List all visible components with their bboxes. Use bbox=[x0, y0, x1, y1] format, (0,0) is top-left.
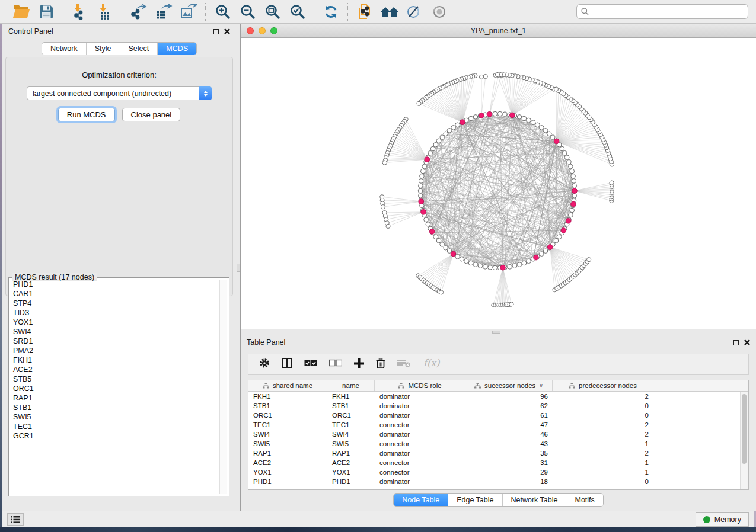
add-column-button[interactable] bbox=[354, 358, 364, 371]
mcds-result-item[interactable]: STB1 bbox=[11, 403, 219, 412]
table-disabled-button[interactable] bbox=[397, 359, 410, 370]
table-row[interactable]: SWI5SWI5connector431 bbox=[248, 439, 748, 448]
table-row[interactable]: YOX1YOX1connector291 bbox=[248, 467, 748, 477]
table-scrollbar-thumb[interactable] bbox=[742, 394, 747, 464]
export-image-button[interactable] bbox=[178, 2, 199, 21]
column-header-successor-nodes[interactable]: successor nodes∨ bbox=[465, 380, 553, 391]
table-row[interactable]: FKH1FKH1dominator962 bbox=[248, 392, 748, 401]
export-table-icon bbox=[155, 4, 173, 20]
tab-mcds[interactable]: MCDS bbox=[158, 43, 196, 55]
tab-network-table[interactable]: Network Table bbox=[503, 494, 567, 506]
save-session-button[interactable] bbox=[36, 2, 57, 21]
mcds-result-item[interactable]: STP4 bbox=[11, 299, 219, 308]
mcds-result-item[interactable]: TEC1 bbox=[11, 422, 219, 431]
zoom-in-button[interactable] bbox=[212, 2, 233, 21]
column-label: MCDS role bbox=[408, 382, 441, 389]
share-document-icon bbox=[357, 4, 372, 20]
export-network-button[interactable] bbox=[128, 2, 149, 21]
gear-button[interactable] bbox=[259, 358, 270, 371]
table-row[interactable]: TEC1TEC1connector472 bbox=[248, 420, 748, 430]
mcds-result-item[interactable]: ORC1 bbox=[11, 384, 219, 393]
deselect-all-button[interactable] bbox=[329, 359, 342, 370]
refresh-button[interactable] bbox=[320, 2, 342, 21]
columns-button[interactable] bbox=[282, 358, 292, 371]
mcds-result-item[interactable]: FKH1 bbox=[11, 355, 219, 365]
close-panel-button[interactable]: Close panel bbox=[122, 108, 181, 121]
table-row[interactable]: SWI4SWI4dominator462 bbox=[248, 430, 748, 439]
table-cell: 47 bbox=[465, 420, 553, 430]
mcds-result-item[interactable]: STB5 bbox=[11, 374, 219, 384]
close-panel-icon[interactable] bbox=[224, 28, 230, 34]
mcds-result-item[interactable]: PHD1 bbox=[11, 280, 219, 289]
column-header-name[interactable]: name bbox=[327, 380, 375, 391]
function-button[interactable]: f(x) bbox=[422, 357, 442, 372]
network-canvas[interactable] bbox=[241, 38, 756, 329]
table-cell: RAP1 bbox=[327, 448, 375, 458]
column-header-predecessor-nodes[interactable]: predecessor nodes bbox=[553, 380, 653, 391]
vertical-splitter-handle[interactable] bbox=[237, 264, 240, 272]
table-row[interactable]: ORC1ORC1dominator610 bbox=[248, 411, 748, 420]
select-all-button[interactable] bbox=[304, 359, 317, 370]
mcds-result-item[interactable]: SRD1 bbox=[11, 336, 219, 346]
mcds-result-item[interactable]: ACE2 bbox=[11, 365, 219, 374]
import-network-button[interactable] bbox=[69, 2, 91, 21]
mcds-result-scrollbar[interactable] bbox=[219, 280, 227, 494]
mcds-result-item[interactable]: PMA2 bbox=[11, 346, 219, 355]
table-scrollbar[interactable] bbox=[740, 392, 748, 489]
attribute-icon bbox=[398, 383, 404, 389]
attribute-icon bbox=[263, 383, 269, 389]
export-table-button[interactable] bbox=[153, 2, 174, 21]
hide-details-button[interactable] bbox=[404, 2, 425, 21]
search-icon bbox=[580, 7, 589, 16]
horizontal-splitter-handle[interactable] bbox=[492, 331, 500, 334]
mcds-result-item[interactable]: CAR1 bbox=[11, 289, 219, 299]
mcds-result-item[interactable]: RAP1 bbox=[11, 393, 219, 403]
close-panel-icon[interactable] bbox=[744, 339, 750, 345]
float-window-icon[interactable] bbox=[733, 340, 739, 345]
delete-column-button[interactable] bbox=[376, 358, 385, 371]
vertical-splitter[interactable] bbox=[236, 24, 241, 511]
tab-motifs[interactable]: Motifs bbox=[566, 494, 602, 506]
column-header-MCDS-role[interactable]: MCDS role bbox=[375, 380, 465, 391]
import-table-button[interactable] bbox=[94, 2, 116, 21]
horizontal-splitter[interactable] bbox=[241, 329, 756, 335]
zoom-selected-button[interactable] bbox=[286, 2, 308, 21]
table-row[interactable]: STB1STB1dominator620 bbox=[248, 401, 748, 411]
home-button[interactable] bbox=[379, 2, 400, 21]
mcds-result-item[interactable]: TID3 bbox=[11, 308, 219, 318]
mcds-result-item[interactable]: SWI5 bbox=[11, 412, 219, 422]
table-cell: SWI5 bbox=[248, 439, 327, 448]
memory-button[interactable]: Memory bbox=[696, 512, 749, 527]
mcds-result-item[interactable]: SWI4 bbox=[11, 327, 219, 336]
table-row[interactable]: ACE2ACE2connector311 bbox=[248, 458, 748, 467]
search-input[interactable] bbox=[589, 6, 748, 18]
search-box[interactable] bbox=[576, 4, 748, 19]
network-titlebar[interactable]: YPA_prune.txt_1 bbox=[241, 24, 756, 38]
tab-network[interactable]: Network bbox=[42, 43, 87, 55]
open-session-button[interactable] bbox=[11, 2, 32, 21]
table-disabled-icon bbox=[397, 359, 410, 370]
share-document-button[interactable] bbox=[354, 2, 375, 21]
delete-column-icon bbox=[376, 358, 385, 371]
criterion-dropdown[interactable]: largest connected component (undirected) bbox=[27, 86, 212, 100]
zoom-out-button[interactable] bbox=[237, 2, 258, 21]
zoom-fit-button[interactable] bbox=[261, 2, 283, 21]
table-cell: ORC1 bbox=[248, 411, 327, 420]
column-header-shared-name[interactable]: shared name bbox=[248, 380, 327, 391]
table-row[interactable]: PHD1PHD1dominator180 bbox=[248, 477, 748, 486]
mcds-result-list[interactable]: PHD1CAR1STP4TID3YOX1SWI4SRD1PMA2FKH1ACE2… bbox=[11, 280, 219, 494]
float-window-icon[interactable] bbox=[213, 29, 219, 34]
tab-edge-table[interactable]: Edge Table bbox=[448, 494, 502, 506]
table-row[interactable]: RAP1RAP1dominator352 bbox=[248, 448, 748, 458]
tab-node-table[interactable]: Node Table bbox=[394, 494, 448, 506]
network-graph[interactable] bbox=[241, 38, 756, 329]
network-window: YPA_prune.txt_1 bbox=[241, 24, 756, 329]
task-history-button[interactable] bbox=[7, 513, 24, 526]
mcds-result-item[interactable]: GCR1 bbox=[11, 431, 219, 441]
tab-select[interactable]: Select bbox=[120, 43, 158, 55]
tab-style[interactable]: Style bbox=[87, 43, 120, 55]
show-details-button[interactable] bbox=[429, 2, 450, 21]
run-mcds-button[interactable]: Run MCDS bbox=[58, 108, 115, 121]
table-cell: 61 bbox=[465, 411, 553, 420]
mcds-result-item[interactable]: YOX1 bbox=[11, 318, 219, 327]
